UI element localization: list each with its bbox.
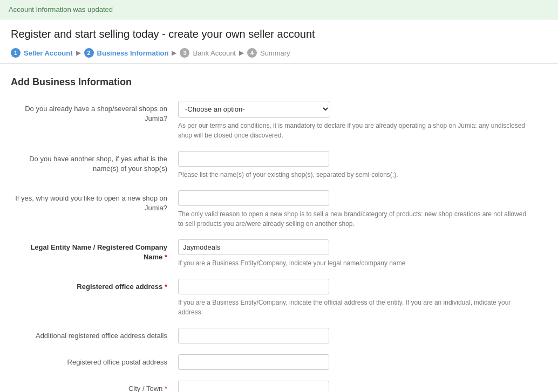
input-city[interactable] — [178, 381, 329, 392]
field-legal-name: If you are a Business Entity/Company, in… — [178, 239, 545, 268]
label-new-shop-reason: If yes, why would you like to open a new… — [11, 190, 178, 213]
field-postal-address — [178, 354, 545, 370]
breadcrumb-arrow-3: ▶ — [239, 49, 244, 57]
label-legal-name: Legal Entity Name / Registered Company N… — [11, 239, 178, 262]
form-row-shop-names: Do you have another shop, if yes what is… — [11, 151, 547, 180]
help-new-shop-reason: The only valid reason to open a new shop… — [178, 209, 529, 229]
field-shop-existing: -Choose an option- Yes No As per our ter… — [178, 101, 545, 140]
notification-message: Account Information was updated — [9, 5, 113, 13]
select-shop-existing[interactable]: -Choose an option- Yes No — [178, 101, 330, 118]
input-shop-names[interactable] — [178, 151, 329, 167]
breadcrumb-step-4[interactable]: 4 Summary — [247, 48, 290, 58]
step-2-circle: 2 — [84, 48, 94, 58]
field-office-address: If you are a Business Entity/Company, in… — [178, 279, 545, 317]
field-shop-names: Please list the name(s) of your existing… — [178, 151, 545, 180]
breadcrumb: 1 Seller Account ▶ 2 Business Informatio… — [11, 48, 547, 58]
help-shop-names: Please list the name(s) of your existing… — [178, 170, 529, 180]
page-header: Register and start selling today - creat… — [0, 19, 558, 63]
input-postal-address[interactable] — [178, 354, 329, 370]
breadcrumb-step-2[interactable]: 2 Business Information — [84, 48, 169, 58]
help-shop-existing: As per our terms and conditions, it is m… — [178, 121, 529, 140]
section-title: Add Business Information — [11, 77, 547, 88]
input-new-shop-reason[interactable] — [178, 190, 329, 206]
form-row-legal-name: Legal Entity Name / Registered Company N… — [11, 239, 547, 268]
help-legal-name: If you are a Business Entity/Company, in… — [178, 258, 529, 268]
label-shop-names: Do you have another shop, if yes what is… — [11, 151, 178, 174]
step-2-label: Business Information — [97, 49, 169, 57]
field-additional-address — [178, 328, 545, 343]
form-row-postal-address: Registered office postal address — [11, 354, 547, 370]
breadcrumb-step-1[interactable]: 1 Seller Account — [11, 48, 73, 58]
step-1-label: Seller Account — [24, 49, 73, 57]
form-section: Add Business Information Do you already … — [0, 64, 558, 392]
breadcrumb-arrow-2: ▶ — [172, 49, 176, 57]
label-city: City / Town * — [11, 381, 178, 392]
input-office-address[interactable] — [178, 279, 329, 294]
help-office-address: If you are a Business Entity/Company, in… — [178, 298, 529, 317]
step-1-circle: 1 — [11, 48, 21, 58]
page-title: Register and start selling today - creat… — [11, 28, 547, 40]
form-row-additional-address: Additional registered office address det… — [11, 328, 547, 343]
form-row-office-address: Registered office address * If you are a… — [11, 279, 547, 317]
step-3-circle: 3 — [180, 48, 189, 58]
form-row-city: City / Town * — [11, 381, 547, 392]
label-postal-address: Registered office postal address — [11, 354, 178, 367]
step-4-circle: 4 — [247, 48, 257, 58]
required-star-legal-name: * — [165, 253, 167, 261]
step-4-label: Summary — [260, 49, 290, 57]
field-city — [178, 381, 545, 392]
label-shop-existing: Do you already have a shop/several shops… — [11, 101, 178, 123]
step-3-label: Bank Account — [193, 49, 236, 57]
form-row-shop-existing: Do you already have a shop/several shops… — [11, 101, 547, 140]
label-office-address: Registered office address * — [11, 279, 178, 292]
form-row-new-shop-reason: If yes, why would you like to open a new… — [11, 190, 547, 229]
input-legal-name[interactable] — [178, 239, 329, 255]
required-star-office-address: * — [165, 283, 167, 291]
notification-bar: Account Information was updated — [0, 0, 558, 19]
input-additional-address[interactable] — [178, 328, 329, 343]
breadcrumb-arrow-1: ▶ — [76, 49, 81, 57]
field-new-shop-reason: The only valid reason to open a new shop… — [178, 190, 545, 229]
breadcrumb-step-3[interactable]: 3 Bank Account — [180, 48, 236, 58]
label-additional-address: Additional registered office address det… — [11, 328, 178, 341]
required-star-city: * — [165, 384, 167, 392]
